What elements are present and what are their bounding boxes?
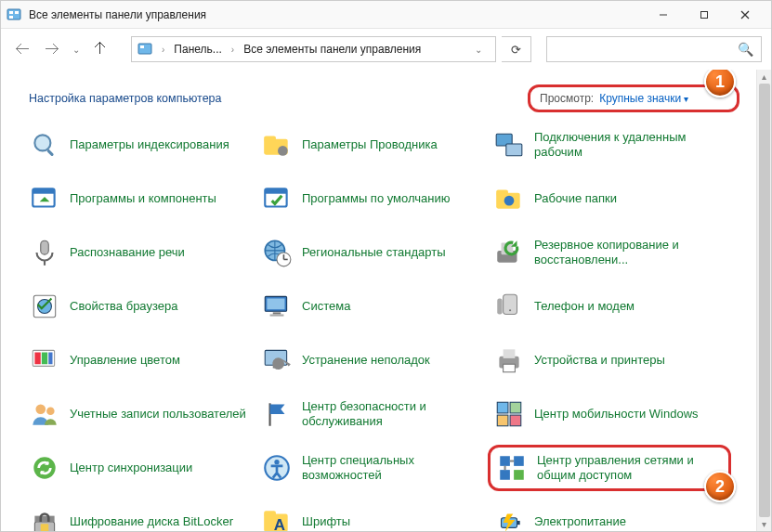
control-panel-item[interactable]: Распознавание речи bbox=[29, 231, 261, 274]
svg-point-10 bbox=[34, 135, 50, 150]
nav-back-button[interactable]: 🡠 bbox=[10, 37, 34, 61]
svg-rect-11 bbox=[46, 149, 54, 156]
control-panel-item[interactable]: Устранение неполадок bbox=[261, 339, 493, 382]
troubleshoot-icon bbox=[261, 344, 293, 376]
maximize-button[interactable] bbox=[684, 2, 725, 28]
control-panel-item[interactable]: Электропитание bbox=[493, 500, 726, 531]
svg-point-59 bbox=[274, 460, 279, 464]
flag-icon bbox=[261, 398, 293, 430]
chevron-right-icon: › bbox=[158, 45, 168, 55]
scroll-up-icon[interactable]: ▴ bbox=[762, 71, 766, 82]
globe-clock-icon bbox=[261, 237, 293, 268]
item-label: Свойства браузера bbox=[70, 299, 177, 314]
control-panel-item[interactable]: Программы и компоненты bbox=[29, 177, 261, 220]
browser-icon bbox=[29, 291, 60, 322]
scrollbar[interactable]: ▴ ▾ bbox=[756, 70, 771, 531]
control-panel-item[interactable]: Резервное копирование и восстановлени... bbox=[493, 231, 726, 274]
svg-rect-44 bbox=[48, 353, 52, 365]
scroll-down-icon[interactable]: ▾ bbox=[762, 519, 766, 529]
scroll-thumb[interactable] bbox=[759, 84, 770, 517]
search-icon bbox=[29, 129, 60, 161]
control-panel-item[interactable]: Параметры индексирования bbox=[29, 123, 261, 166]
system-icon bbox=[261, 291, 293, 322]
svg-rect-9 bbox=[140, 45, 144, 48]
item-label: Центр безопасности и обслуживания bbox=[302, 399, 493, 428]
svg-rect-13 bbox=[264, 136, 276, 141]
control-panel-item[interactable]: Свойства браузера bbox=[29, 285, 261, 328]
item-label: Программы и компоненты bbox=[70, 191, 216, 206]
svg-rect-36 bbox=[273, 312, 281, 314]
item-label: Резервное копирование и восстановлени... bbox=[534, 238, 726, 266]
item-label: Система bbox=[302, 299, 350, 314]
svg-rect-5 bbox=[701, 11, 708, 18]
control-panel-item[interactable]: Рабочие папки bbox=[493, 177, 726, 220]
control-panel-item[interactable]: Центр безопасности и обслуживания bbox=[261, 393, 493, 435]
control-panel-item[interactable]: Центр управления сетями и общим доступом bbox=[488, 445, 731, 491]
svg-rect-43 bbox=[42, 353, 47, 365]
close-button[interactable] bbox=[725, 2, 765, 28]
mic-icon bbox=[29, 237, 60, 268]
control-panel-item[interactable]: Управление цветом bbox=[29, 339, 261, 382]
control-panel-item[interactable]: Центр синхронизации bbox=[29, 447, 261, 489]
svg-rect-3 bbox=[9, 16, 13, 19]
chevron-right-icon: › bbox=[228, 45, 238, 55]
svg-point-50 bbox=[35, 404, 46, 414]
address-dropdown-icon[interactable]: ⌄ bbox=[467, 45, 490, 55]
nav-forward-button[interactable]: 🡢 bbox=[40, 37, 64, 61]
svg-point-57 bbox=[33, 457, 55, 478]
nav-recent-dropdown[interactable]: ⌄ bbox=[70, 37, 83, 61]
bitlocker-icon bbox=[29, 506, 60, 531]
svg-rect-55 bbox=[497, 415, 508, 426]
svg-rect-60 bbox=[500, 456, 510, 466]
svg-rect-16 bbox=[506, 144, 522, 156]
control-panel-item[interactable]: Программы по умолчанию bbox=[261, 177, 493, 220]
address-bar[interactable]: › Панель... › Все элементы панели управл… bbox=[131, 36, 496, 62]
svg-text:A: A bbox=[274, 516, 285, 532]
search-icon: 🔍 bbox=[738, 42, 753, 57]
item-label: Региональные стандарты bbox=[302, 245, 445, 260]
svg-rect-61 bbox=[514, 456, 524, 466]
minimize-button[interactable] bbox=[643, 2, 684, 28]
mobility-icon bbox=[493, 398, 525, 430]
access-icon bbox=[261, 452, 293, 484]
view-dropdown[interactable]: Крупные значки bbox=[599, 92, 688, 105]
control-panel-item[interactable]: Шифрование диска BitLocker bbox=[29, 500, 261, 531]
breadcrumb-part[interactable]: Панель... bbox=[174, 43, 221, 56]
svg-rect-63 bbox=[514, 470, 524, 480]
item-label: Устранение неполадок bbox=[302, 353, 430, 368]
search-input[interactable]: 🔍 bbox=[546, 36, 762, 62]
control-panel-item[interactable]: Региональные стандарты bbox=[261, 231, 493, 274]
items-grid: Параметры индексированияПараметры Провод… bbox=[29, 123, 754, 531]
control-panel-item[interactable]: Учетные записи пользователей bbox=[29, 393, 261, 435]
item-label: Параметры Проводника bbox=[302, 137, 438, 152]
control-panel-item[interactable]: Телефон и модем bbox=[493, 285, 726, 328]
item-label: Шрифты bbox=[302, 514, 350, 529]
control-panel-item[interactable]: Устройства и принтеры bbox=[493, 339, 726, 382]
control-panel-item[interactable]: Система bbox=[261, 285, 493, 328]
svg-point-51 bbox=[46, 408, 55, 416]
nav-up-button[interactable]: 🡡 bbox=[88, 37, 112, 61]
backup-icon bbox=[493, 237, 525, 268]
svg-rect-35 bbox=[267, 299, 284, 310]
control-panel-item[interactable]: Центр специальных возможностей bbox=[261, 447, 493, 489]
svg-rect-18 bbox=[33, 188, 54, 193]
item-label: Центр специальных возможностей bbox=[302, 453, 493, 482]
annotation-badge-2: 2 bbox=[704, 471, 736, 502]
font-icon: A bbox=[261, 506, 293, 531]
control-panel-item[interactable]: Параметры Проводника bbox=[261, 123, 493, 166]
content-area: Настройка параметров компьютера Просмотр… bbox=[1, 70, 771, 531]
svg-rect-8 bbox=[138, 44, 151, 54]
control-panel-item[interactable]: AШрифты bbox=[261, 500, 493, 531]
control-panel-item[interactable]: Подключения к удаленным рабочим bbox=[493, 123, 726, 166]
svg-rect-1 bbox=[9, 11, 13, 14]
item-label: Подключения к удаленным рабочим bbox=[534, 130, 726, 159]
refresh-button[interactable]: ⟳ bbox=[502, 36, 531, 62]
svg-rect-42 bbox=[34, 353, 40, 365]
svg-rect-2 bbox=[15, 11, 19, 14]
printer-icon bbox=[493, 344, 525, 376]
breadcrumb-part[interactable]: Все элементы панели управления bbox=[243, 43, 421, 56]
control-panel-item[interactable]: Центр мобильности Windows bbox=[493, 393, 726, 435]
svg-point-40 bbox=[509, 309, 511, 311]
users-icon bbox=[29, 398, 60, 430]
svg-rect-48 bbox=[504, 349, 516, 358]
